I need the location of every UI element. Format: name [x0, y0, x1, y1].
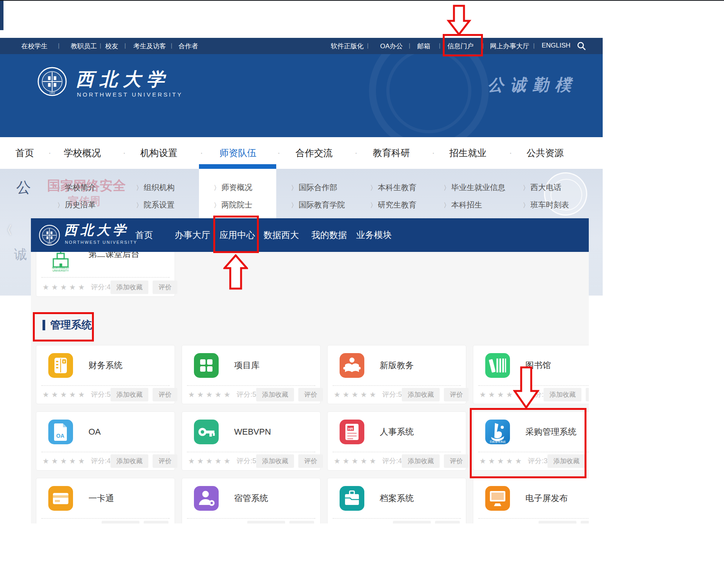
add-favorite-button[interactable]: 添加收藏 — [247, 521, 285, 524]
app-card-6[interactable]: HR人事系统★★★★★评分:4添加收藏评价 — [327, 411, 466, 471]
app-card-7[interactable]: 采购管理系统采购管理系统★★★★★评分:3添加收藏评价 — [473, 411, 589, 471]
main-nav-item-2[interactable]: 机构设置 — [140, 147, 177, 159]
topbar-link-right-4[interactable]: 网上办事大厅 — [490, 42, 529, 51]
topbar-link-4[interactable]: 合作者 — [178, 42, 198, 51]
app-card-11[interactable]: 电子屏发布★★★★★添加收藏评价 — [473, 478, 589, 523]
app-card-4[interactable]: OAOA★★★★★评分:4添加收藏评价 — [36, 411, 175, 471]
mega-menu-item-4-0[interactable]: 〉本科生教育 — [370, 182, 416, 193]
app-card-0[interactable]: ¥财务系统★★★★★评分:5添加收藏评价 — [36, 345, 175, 404]
rate-button[interactable]: 评价 — [444, 454, 469, 468]
topbar-link-right-2[interactable]: 邮箱 — [417, 42, 430, 51]
rating-stars[interactable]: ★★★★★ — [188, 390, 233, 399]
rating-stars[interactable]: ★★★★★ — [42, 457, 87, 466]
add-favorite-button[interactable]: 添加收藏 — [110, 454, 148, 468]
app-card-1[interactable]: 项目库★★★★★评分:5添加收藏评价 — [182, 345, 321, 404]
rating-stars[interactable]: ★★★★★ — [42, 283, 87, 292]
mega-menu-item-label: 毕业生就业信息 — [451, 183, 505, 192]
app-card-5[interactable]: WEBVPN★★★★★评分:5添加收藏评价 — [182, 411, 321, 471]
portal-nav-item-2[interactable]: 应用中心 — [219, 229, 255, 241]
rate-button[interactable]: 评价 — [435, 521, 460, 524]
rate-button[interactable]: 评价 — [586, 388, 589, 401]
rating-stars[interactable]: ★★★★★ — [479, 390, 524, 399]
app-card-2[interactable]: 新版教务★★★★★评分:5添加收藏评价 — [327, 345, 466, 404]
mega-menu-item-3-0[interactable]: 〉国际合作部 — [291, 182, 337, 193]
rating-stars[interactable]: ★★★★★ — [334, 523, 378, 524]
portal-nav-item-0[interactable]: 首页 — [135, 229, 153, 241]
mega-menu-item-3-1[interactable]: 〉国际教育学院 — [291, 200, 345, 210]
portal-nav-item-4[interactable]: 我的数据 — [311, 229, 347, 241]
add-favorite-button[interactable]: 添加收藏 — [110, 280, 148, 294]
rating-stars[interactable]: ★★★★★ — [479, 523, 524, 524]
topbar-link-1[interactable]: 教职员工 — [71, 42, 97, 51]
rate-button[interactable]: 评价 — [144, 521, 168, 524]
mega-menu-item-5-1[interactable]: 〉本科招生 — [444, 200, 482, 210]
rate-button[interactable]: 评价 — [153, 280, 177, 294]
topbar-link-right-3[interactable]: 信息门户 — [447, 42, 474, 51]
mega-menu-item-2-1[interactable]: 〉两院院士 — [214, 200, 252, 210]
add-favorite-button[interactable]: 添加收藏 — [393, 521, 431, 524]
chevron-right-icon: 〉 — [136, 202, 143, 209]
add-favorite-button[interactable]: 添加收藏 — [256, 388, 294, 401]
mega-menu-item-4-1[interactable]: 〉研究生教育 — [370, 200, 416, 210]
app-card-8[interactable]: 一卡通★★★★★添加收藏评价 — [36, 478, 175, 523]
topbar-link-2[interactable]: 校友 — [105, 42, 118, 51]
add-favorite-button[interactable]: 添加收藏 — [102, 521, 139, 524]
mega-menu-item-1-0[interactable]: 〉组织机构 — [136, 182, 175, 193]
rate-button[interactable]: 评价 — [298, 454, 323, 468]
rate-button[interactable]: 评价 — [153, 454, 177, 468]
main-nav-item-7[interactable]: 公共资源 — [527, 147, 564, 159]
app-card-3[interactable]: 图书馆★★★★★评分:添加收藏评价 — [473, 345, 589, 404]
app-card-title: OA — [88, 427, 101, 437]
add-favorite-button[interactable]: 添加收藏 — [256, 454, 294, 468]
add-favorite-button[interactable]: 添加收藏 — [402, 454, 440, 468]
mega-menu-item-5-0[interactable]: 〉毕业生就业信息 — [444, 182, 505, 193]
topbar-link-3[interactable]: 考生及访客 — [133, 42, 166, 51]
rating-stars[interactable]: ★★★★★ — [479, 457, 524, 466]
topbar-link-right-1[interactable]: OA办公 — [380, 42, 403, 51]
mega-menu-item-2-0[interactable]: 〉师资概况 — [214, 182, 252, 193]
main-nav-item-0[interactable]: 首页 — [15, 147, 34, 159]
rating-stars[interactable]: ★★★★★ — [334, 457, 378, 466]
add-favorite-button[interactable]: 添加收藏 — [544, 388, 581, 401]
main-nav-item-1[interactable]: 学校概况 — [64, 147, 101, 159]
active-nav-underline — [199, 164, 276, 169]
app-card-9[interactable]: 宿管系统★★★★★添加收藏评价 — [182, 478, 321, 523]
add-favorite-button[interactable]: 添加收藏 — [539, 521, 576, 524]
mega-menu-item-6-0[interactable]: 〉西大电话 — [523, 182, 561, 193]
separator: | — [533, 42, 535, 49]
app-card-10[interactable]: 档案系统★★★★★添加收藏评价 — [327, 478, 466, 523]
mega-menu-item-6-1[interactable]: 〉班车时刻表 — [523, 200, 569, 210]
rate-button[interactable]: 评价 — [298, 388, 323, 401]
topbar-link-0[interactable]: 在校学生 — [21, 42, 48, 51]
main-nav-item-5[interactable]: 教育科研 — [373, 147, 410, 159]
rate-button[interactable]: 评价 — [289, 521, 314, 524]
rating-stars[interactable]: ★★★★★ — [188, 457, 233, 466]
portal-nav-item-3[interactable]: 数据西大 — [263, 229, 299, 241]
rating-stars[interactable]: ★★★★★ — [42, 523, 87, 524]
add-favorite-button[interactable]: 添加收藏 — [547, 454, 585, 468]
portal-nav-item-1[interactable]: 办事大厅 — [175, 229, 210, 241]
topbar-link-right-0[interactable]: 软件正版化 — [331, 42, 364, 51]
rate-button[interactable]: 评价 — [444, 388, 469, 401]
mega-menu-item-0-1[interactable]: 〉历史沿革 — [57, 200, 96, 210]
portal-nav-item-5[interactable]: 业务模块 — [356, 229, 392, 241]
carousel-prev-button[interactable]: 〈 — [1, 223, 12, 238]
rating-stars[interactable]: ★★★★★ — [334, 390, 378, 399]
main-nav-item-4[interactable]: 合作交流 — [296, 147, 333, 159]
rate-button[interactable]: 评价 — [153, 388, 177, 401]
campus-building-icon: NORTHWEST UNIVERSITY — [48, 248, 73, 273]
mega-menu-item-0-0[interactable]: 〉学校简介 — [57, 182, 96, 193]
mega-menu-item-1-1[interactable]: 〉院系设置 — [136, 200, 175, 210]
separator: | — [100, 42, 101, 49]
topbar-link-right-5[interactable]: ENGLISH — [542, 42, 571, 49]
rate-button[interactable]: 评价 — [581, 521, 589, 524]
rating-stars[interactable]: ★★★★★ — [42, 390, 87, 399]
add-favorite-button[interactable]: 添加收藏 — [110, 388, 148, 401]
add-favorite-button[interactable]: 添加收藏 — [402, 388, 440, 401]
main-nav-item-6[interactable]: 招生就业 — [449, 147, 486, 159]
nav-separator-dot: · — [277, 148, 280, 158]
main-nav-item-3[interactable]: 师资队伍 — [219, 147, 257, 159]
search-icon[interactable] — [576, 41, 586, 51]
separator: | — [482, 42, 484, 49]
rating-stars[interactable]: ★★★★★ — [188, 523, 233, 524]
